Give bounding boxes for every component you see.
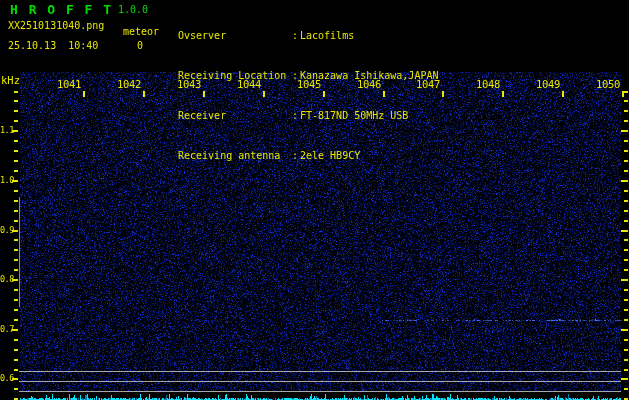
time-tick-label: 1041	[57, 78, 81, 90]
hrofft-window: H R O F F T 1.0.0 XX2510131040.png meteo…	[0, 0, 629, 400]
time-tick-label: 1048	[476, 78, 500, 90]
info-separator: :	[292, 149, 300, 162]
freq-tick-label: 0.7	[0, 324, 14, 334]
meteor-count-value: 0	[137, 40, 143, 51]
info-value: FT-817ND 50MHz USB	[300, 110, 408, 121]
info-row-receiver: Receiver:FT-817ND 50MHz USB	[178, 109, 438, 122]
info-value: Lacofilms	[300, 30, 354, 41]
time-tick-label: 1047	[416, 78, 440, 90]
freq-tick-label: 0.8	[0, 274, 14, 284]
info-row-antenna: Receiving antenna:2ele HB9CY	[178, 149, 438, 162]
app-version: 1.0.0	[118, 4, 148, 15]
info-label: Receiving antenna	[178, 149, 292, 162]
info-label: Receiver	[178, 109, 292, 122]
station-info-block: Ovserver:Lacofilms Receiving Location:Ka…	[178, 2, 438, 190]
capture-datetime: 25.10.13 10:40	[8, 40, 98, 51]
freq-tick-label: 0.6	[0, 373, 14, 383]
time-tick-label: 1046	[357, 78, 381, 90]
app-title: H R O F F T	[10, 2, 113, 17]
freq-tick-label: 0.9	[0, 225, 14, 235]
freq-axis-unit-label: kHz	[1, 74, 20, 86]
freq-tick-label: 1.0	[0, 175, 14, 185]
time-tick-label: 1045	[297, 78, 321, 90]
time-tick-label: 1044	[237, 78, 261, 90]
info-separator: :	[292, 29, 300, 42]
time-tick-label: 1050	[596, 78, 620, 90]
capture-filename: XX2510131040.png	[8, 20, 104, 31]
observation-mode-label: meteor	[123, 26, 159, 37]
info-label: Ovserver	[178, 29, 292, 42]
info-row-observer: Ovserver:Lacofilms	[178, 29, 438, 42]
time-tick-label: 1043	[177, 78, 201, 90]
info-value: 2ele HB9CY	[300, 150, 360, 161]
time-tick-label: 1049	[536, 78, 560, 90]
freq-tick-label: 1.1	[0, 125, 14, 135]
time-tick-label: 1042	[117, 78, 141, 90]
info-separator: :	[292, 109, 300, 122]
